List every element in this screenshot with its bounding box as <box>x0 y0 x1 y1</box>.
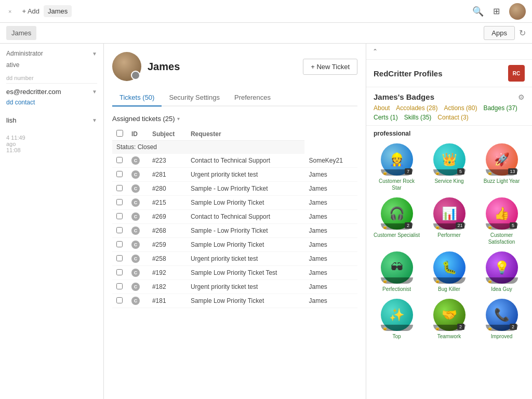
ticket-requester-3: James <box>304 196 357 210</box>
grid-icon[interactable]: ⊞ <box>493 6 500 16</box>
badge-item-customer-specialist[interactable]: 🎧🔒2Customer Specialist <box>374 197 420 245</box>
badge-item-idea-guy[interactable]: 💡🔒Idea Guy <box>478 251 525 292</box>
badge-item-buzz-lightyear[interactable]: 🚀🔒13Buzz Light Year <box>478 143 525 191</box>
badge-link-badges-(37)[interactable]: Badges (37) <box>483 104 517 112</box>
sidebar-date2: 11:08 <box>6 147 97 153</box>
gear-icon[interactable]: ⚙ <box>518 93 525 101</box>
tab-preferences[interactable]: Preferences <box>227 89 278 107</box>
badge-name-customer-rockstar: Customer Rock Star <box>374 178 420 191</box>
sidebar-ago: ago <box>6 141 97 147</box>
ticket-id-4[interactable]: #269 <box>148 210 187 224</box>
row-checkbox-4[interactable] <box>116 213 123 219</box>
badge-icon-top: ✨ <box>389 308 405 322</box>
row-checkbox-1[interactable] <box>116 171 123 177</box>
current-tab-label[interactable]: James <box>44 5 72 17</box>
row-checkbox-5[interactable] <box>116 227 123 233</box>
assigned-chevron-icon[interactable]: ▾ <box>177 116 180 122</box>
badge-link-actions-(80)[interactable]: Actions (80) <box>444 104 477 112</box>
table-row[interactable]: C #192 Sample Low Priority Ticket Test J… <box>112 266 357 280</box>
ticket-id-2[interactable]: #280 <box>148 182 187 196</box>
avatar[interactable] <box>509 3 526 20</box>
badge-icon-performer: 📊 <box>442 206 457 221</box>
badge-link-skills-(35)[interactable]: Skills (35) <box>404 114 432 121</box>
badge-item-top[interactable]: ✨🔒Top <box>374 299 420 340</box>
table-row[interactable]: C #181 Sample Low Priority Ticket James <box>112 294 357 308</box>
badge-name-customer-satisfaction: Customer Satisfaction <box>478 232 525 245</box>
table-row[interactable]: C #182 Urgent priority ticket test James <box>112 280 357 294</box>
table-row[interactable]: C #215 Sample Low Priority Ticket James <box>112 196 357 210</box>
tab-tickets[interactable]: Tickets (50) <box>112 89 162 107</box>
table-row[interactable]: C #258 Urgent priority ticket test James <box>112 252 357 266</box>
badges-header: James's Badges ⚙ <box>366 87 532 104</box>
badge-link-about[interactable]: About <box>374 104 390 112</box>
badge-link-accolades-(28)[interactable]: Accolades (28) <box>396 104 437 112</box>
sidebar-lish-arrow[interactable]: ▼ <box>92 117 97 123</box>
tab-close-button[interactable]: × <box>6 7 14 16</box>
ticket-requester-8: James <box>304 266 357 280</box>
badge-item-teamwork[interactable]: 🤝🔒2Teamwork <box>426 299 472 340</box>
center-panel: James + New Ticket Tickets (50) Security… <box>104 44 366 399</box>
badge-item-performer[interactable]: 📊🔒21Performer <box>426 197 472 245</box>
badge-name-teamwork: Teamwork <box>437 333 461 340</box>
badge-icon-bug-killer: 🐛 <box>442 260 457 275</box>
badge-name-perfectionist: Perfectionist <box>382 286 411 292</box>
assigned-tickets-label[interactable]: Assigned tickets (25) <box>112 115 175 123</box>
row-checkbox-7[interactable] <box>116 255 123 261</box>
tab-security[interactable]: Security Settings <box>162 89 227 107</box>
row-checkbox-8[interactable] <box>116 269 123 275</box>
table-row[interactable]: C #280 Sample - Low Priority Ticket Jame… <box>112 182 357 196</box>
row-checkbox-3[interactable] <box>116 199 123 205</box>
badge-icon-teamwork: 🤝 <box>442 308 457 322</box>
search-icon[interactable]: 🔍 <box>472 6 484 17</box>
sidebar-dd-number[interactable]: dd number <box>6 73 97 84</box>
badge-item-improved[interactable]: 📞🔒2Improved <box>478 299 525 340</box>
redcritter-title: RedCritter Profiles <box>374 69 443 78</box>
badge-count-customer-satisfaction: 5 <box>510 222 517 229</box>
sidebar-admin-arrow[interactable]: ▼ <box>92 51 97 57</box>
select-all-checkbox[interactable] <box>116 130 123 137</box>
row-checkbox-2[interactable] <box>116 185 123 191</box>
ticket-id-9[interactable]: #182 <box>148 280 187 294</box>
badge-name-top: Top <box>392 333 401 340</box>
add-button[interactable]: + Add <box>22 7 39 15</box>
status-badge-8: C <box>131 269 140 277</box>
badge-item-perfectionist[interactable]: 🕶🔒Perfectionist <box>374 251 420 292</box>
sidebar-add-contact[interactable]: dd contact <box>6 99 97 106</box>
badge-item-customer-satisfaction[interactable]: 👍🔒5Customer Satisfaction <box>478 197 525 245</box>
ticket-id-1[interactable]: #281 <box>148 168 187 182</box>
ticket-requester-2: James <box>304 182 357 196</box>
ticket-subject-10: Sample Low Priority Ticket <box>187 294 305 308</box>
sidebar-email-arrow[interactable]: ▼ <box>92 89 97 95</box>
ticket-id-6[interactable]: #259 <box>148 238 187 252</box>
ticket-id-3[interactable]: #215 <box>148 196 187 210</box>
ticket-id-10[interactable]: #181 <box>148 294 187 308</box>
apps-button[interactable]: Apps <box>484 26 515 40</box>
badge-item-customer-rockstar[interactable]: 👷🔒7Customer Rock Star <box>374 143 420 191</box>
badge-item-bug-killer[interactable]: 🐛🔒Bug Killer <box>426 251 472 292</box>
badge-count-customer-specialist: 2 <box>405 222 412 229</box>
row-checkbox-10[interactable] <box>116 297 123 303</box>
row-checkbox-9[interactable] <box>116 283 123 289</box>
collapse-arrow-icon[interactable]: ⌃ <box>373 48 378 55</box>
table-row[interactable]: C #259 Sample Low Priority Ticket James <box>112 238 357 252</box>
new-ticket-button[interactable]: + New Ticket <box>303 59 357 75</box>
table-row[interactable]: C #269 Contact to Technical Support Jame… <box>112 210 357 224</box>
ticket-id-8[interactable]: #192 <box>148 266 187 280</box>
ticket-subject-1: Urgent priority ticket test <box>187 168 305 182</box>
table-row[interactable]: C #268 Sample - Low Priority Ticket Jame… <box>112 224 357 238</box>
row-checkbox-6[interactable] <box>116 241 123 247</box>
table-row[interactable]: C #223 Contact to Technical Support Some… <box>112 154 357 168</box>
table-row[interactable]: C #281 Urgent priority ticket test James <box>112 168 357 182</box>
col-id: ID <box>127 128 148 141</box>
ticket-id-5[interactable]: #268 <box>148 224 187 238</box>
ticket-id-0[interactable]: #223 <box>148 154 187 168</box>
profile-avatar <box>112 52 141 81</box>
ticket-requester-10: James <box>304 294 357 308</box>
badge-link-contact-(3)[interactable]: Contact (3) <box>437 114 468 121</box>
refresh-icon[interactable]: ↻ <box>519 28 526 38</box>
badge-item-service-king[interactable]: 👑🔒5Service King <box>426 143 472 191</box>
sidebar-ative: ative <box>6 61 97 69</box>
badge-link-certs-(1)[interactable]: Certs (1) <box>374 114 398 121</box>
ticket-id-7[interactable]: #258 <box>148 252 187 266</box>
row-checkbox-0[interactable] <box>116 157 123 163</box>
